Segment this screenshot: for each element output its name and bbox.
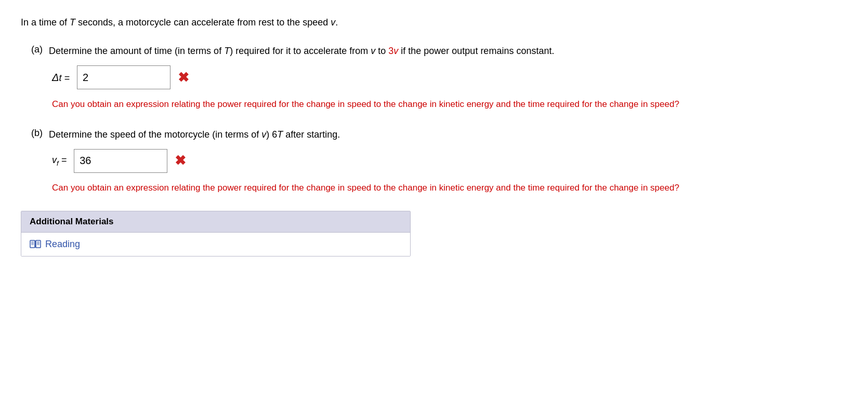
part-b-text: Determine the speed of the motorcycle (i… [49, 128, 340, 142]
svg-rect-1 [36, 240, 41, 248]
additional-materials-section: Additional Materials Reading [21, 211, 411, 256]
part-b-label: (b) Determine the speed of the motorcycl… [31, 128, 847, 142]
reading-label: Reading [45, 239, 80, 250]
svg-rect-0 [30, 240, 35, 248]
part-a-answer-label: Δt = [52, 72, 70, 84]
part-a-x-mark[interactable]: ✖ [178, 70, 189, 86]
part-b-input[interactable] [74, 149, 167, 173]
part-a-label: (a) Determine the amount of time (in ter… [31, 44, 847, 58]
part-b-answer-row: vf = ✖ [52, 149, 847, 173]
part-b-x-mark[interactable]: ✖ [175, 153, 186, 169]
part-b-letter: (b) [31, 128, 43, 139]
reading-icon [30, 240, 41, 249]
additional-materials-body: Reading [21, 232, 410, 256]
part-a-hint: Can you obtain an expression relating th… [52, 98, 780, 111]
intro-text: In a time of T seconds, a motorcycle can… [21, 16, 847, 30]
additional-materials-header: Additional Materials [21, 211, 410, 232]
part-a-letter: (a) [31, 44, 43, 55]
part-a: (a) Determine the amount of time (in ter… [21, 44, 847, 111]
part-a-input[interactable] [77, 65, 170, 89]
part-a-text: Determine the amount of time (in terms o… [49, 44, 554, 58]
part-b: (b) Determine the speed of the motorcycl… [21, 128, 847, 195]
part-b-answer-label: vf = [52, 155, 67, 167]
reading-link[interactable]: Reading [30, 239, 402, 250]
part-b-hint: Can you obtain an expression relating th… [52, 181, 780, 195]
part-a-answer-row: Δt = ✖ [52, 65, 847, 89]
